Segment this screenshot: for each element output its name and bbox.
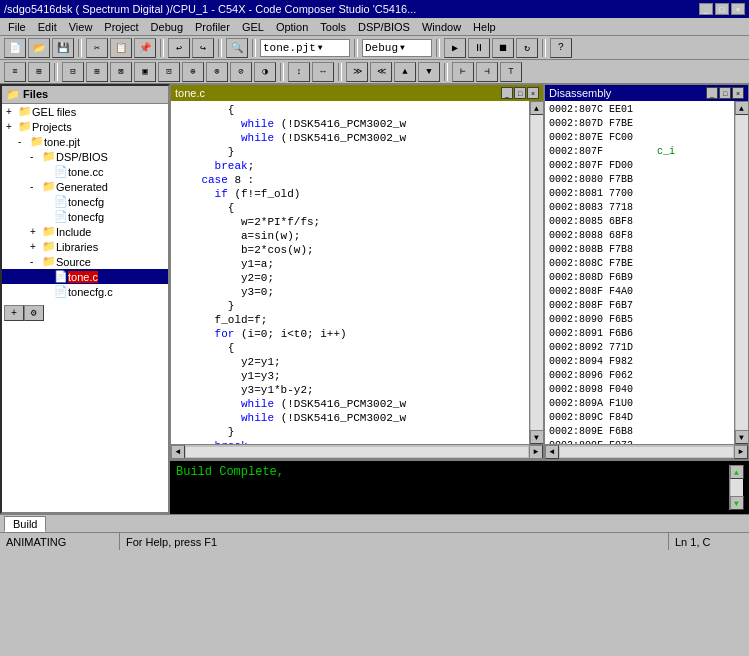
- scroll-up[interactable]: ▲: [530, 101, 544, 115]
- menu-profiler[interactable]: Profiler: [189, 20, 236, 34]
- open-button[interactable]: 📂: [28, 38, 50, 58]
- tree-tone-c[interactable]: 📄 tone.c: [2, 269, 168, 284]
- h-scroll-track[interactable]: [560, 447, 733, 457]
- minimize-button[interactable]: _: [699, 3, 713, 15]
- tb2-btn17[interactable]: ▼: [418, 62, 440, 82]
- tb2-btn16[interactable]: ▲: [394, 62, 416, 82]
- add-button[interactable]: +: [4, 305, 24, 321]
- scroll-track[interactable]: [531, 115, 543, 430]
- h-scroll-track[interactable]: [186, 447, 528, 457]
- close-button[interactable]: ×: [731, 3, 745, 15]
- tree-tonecfg1[interactable]: 📄 tonecfg: [2, 194, 168, 209]
- tb2-btn12[interactable]: ↕: [288, 62, 310, 82]
- tree-generated[interactable]: - 📁 Generated: [2, 179, 168, 194]
- undo-button[interactable]: ↩: [168, 38, 190, 58]
- tree-gel-files[interactable]: + 📁 GEL files: [2, 104, 168, 119]
- tb2-btn4[interactable]: ⊞: [86, 62, 108, 82]
- scroll-track[interactable]: [736, 115, 748, 430]
- tb2-btn8[interactable]: ⊕: [182, 62, 204, 82]
- menu-window[interactable]: Window: [416, 20, 467, 34]
- scroll-up[interactable]: ▲: [735, 101, 749, 115]
- redo-button[interactable]: ↪: [192, 38, 214, 58]
- disasm-content[interactable]: 0002:807C EE01 0002:807D F7BE 0002:807E …: [545, 101, 734, 444]
- tb2-btn2[interactable]: ⊞: [28, 62, 50, 82]
- disasm-line: 0002:8096 F062: [549, 369, 730, 383]
- menu-option[interactable]: Option: [270, 20, 314, 34]
- cut-button[interactable]: ✂: [86, 38, 108, 58]
- tree-projects[interactable]: + 📁 Projects: [2, 119, 168, 134]
- editor-close[interactable]: ×: [527, 87, 539, 99]
- build-dropdown[interactable]: Debug ▼: [362, 39, 432, 57]
- copy-button[interactable]: 📋: [110, 38, 132, 58]
- tb2-btn11[interactable]: ◑: [254, 62, 276, 82]
- tab-build[interactable]: Build: [4, 516, 46, 532]
- menu-tools[interactable]: Tools: [314, 20, 352, 34]
- tree-source[interactable]: - 📁 Source: [2, 254, 168, 269]
- build-vscroll[interactable]: ▲ ▼: [729, 465, 743, 510]
- tb2-btn9[interactable]: ⊗: [206, 62, 228, 82]
- tree-tonecfg-c[interactable]: 📄 tonecfg.c: [2, 284, 168, 299]
- settings-button[interactable]: ⚙: [24, 305, 44, 321]
- scroll-right[interactable]: ►: [734, 445, 748, 459]
- tb2-btn13[interactable]: ↔: [312, 62, 334, 82]
- editor-minimize[interactable]: _: [501, 87, 513, 99]
- menu-debug[interactable]: Debug: [145, 20, 189, 34]
- tree-tonecfg2[interactable]: 📄 tonecfg: [2, 209, 168, 224]
- tb2-btn5[interactable]: ⊠: [110, 62, 132, 82]
- scroll-down[interactable]: ▼: [735, 430, 749, 444]
- scroll-left[interactable]: ◄: [545, 445, 559, 459]
- tree-tone-cc[interactable]: 📄 tone.cc: [2, 164, 168, 179]
- scroll-left[interactable]: ◄: [171, 445, 185, 459]
- maximize-button[interactable]: □: [715, 3, 729, 15]
- help-button[interactable]: ?: [550, 38, 572, 58]
- tb2-btn19[interactable]: ⊣: [476, 62, 498, 82]
- disasm-maximize[interactable]: □: [719, 87, 731, 99]
- debug-btn3[interactable]: ⏹: [492, 38, 514, 58]
- scroll-track[interactable]: [731, 479, 743, 496]
- file-dropdown[interactable]: tone.pjt ▼: [260, 39, 350, 57]
- disasm-line: 0002:8081 7700: [549, 187, 730, 201]
- menu-project[interactable]: Project: [98, 20, 144, 34]
- tb2-btn15[interactable]: ≪: [370, 62, 392, 82]
- tb2-btn7[interactable]: ⊡: [158, 62, 180, 82]
- debug-btn4[interactable]: ↻: [516, 38, 538, 58]
- title-bar: /sdgo5416dsk ( Spectrum Digital )/CPU_1 …: [0, 0, 749, 18]
- tb2-btn6[interactable]: ▣: [134, 62, 156, 82]
- menu-gel[interactable]: GEL: [236, 20, 270, 34]
- scroll-down[interactable]: ▼: [730, 496, 744, 510]
- menu-view[interactable]: View: [63, 20, 99, 34]
- code-line: for (i=0; i<t0; i++): [175, 327, 525, 341]
- tb2-btn1[interactable]: ≡: [4, 62, 26, 82]
- tree-tone-pjt[interactable]: - 📁 tone.pjt: [2, 134, 168, 149]
- menu-help[interactable]: Help: [467, 20, 502, 34]
- disasm-minimize[interactable]: _: [706, 87, 718, 99]
- tb2-btn3[interactable]: ⊟: [62, 62, 84, 82]
- editor-vscroll[interactable]: ▲ ▼: [529, 101, 543, 444]
- new-button[interactable]: 📄: [4, 38, 26, 58]
- debug-btn2[interactable]: ⏸: [468, 38, 490, 58]
- tb2-btn14[interactable]: ≫: [346, 62, 368, 82]
- menu-file[interactable]: File: [2, 20, 32, 34]
- window-title: /sdgo5416dsk ( Spectrum Digital )/CPU_1 …: [4, 3, 416, 15]
- scroll-right[interactable]: ►: [529, 445, 543, 459]
- disasm-close[interactable]: ×: [732, 87, 744, 99]
- tree-include[interactable]: + 📁 Include: [2, 224, 168, 239]
- paste-button[interactable]: 📌: [134, 38, 156, 58]
- menu-edit[interactable]: Edit: [32, 20, 63, 34]
- tb2-btn10[interactable]: ⊘: [230, 62, 252, 82]
- editor-maximize[interactable]: □: [514, 87, 526, 99]
- editor-content[interactable]: { while (!DSK5416_PCM3002_w while (!DSK5…: [171, 101, 529, 444]
- tree-libraries[interactable]: + 📁 Libraries: [2, 239, 168, 254]
- tree-dspbios[interactable]: - 📁 DSP/BIOS: [2, 149, 168, 164]
- menu-dspbios[interactable]: DSP/BIOS: [352, 20, 416, 34]
- tb2-btn20[interactable]: ⊤: [500, 62, 522, 82]
- disasm-line: 0002:8094 F982: [549, 355, 730, 369]
- t2sep1: [54, 63, 58, 81]
- scroll-up[interactable]: ▲: [730, 465, 744, 479]
- debug-btn1[interactable]: ▶: [444, 38, 466, 58]
- tb2-btn18[interactable]: ⊢: [452, 62, 474, 82]
- save-button[interactable]: 💾: [52, 38, 74, 58]
- scroll-down[interactable]: ▼: [530, 430, 544, 444]
- disasm-vscroll[interactable]: ▲ ▼: [734, 101, 748, 444]
- search-button[interactable]: 🔍: [226, 38, 248, 58]
